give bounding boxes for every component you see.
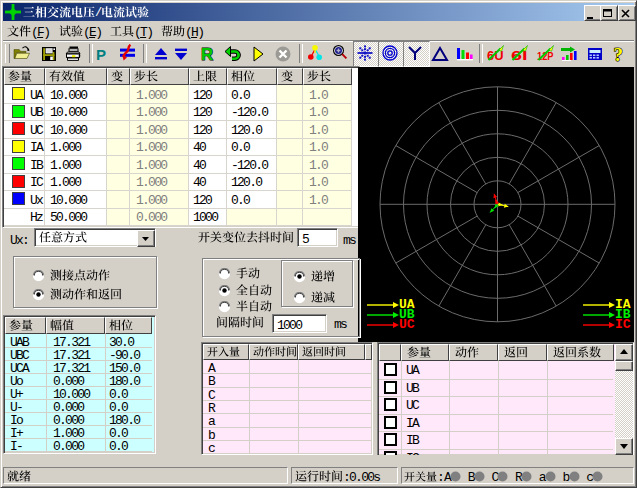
svg-text:R: R (201, 45, 213, 63)
svg-text:?: ? (614, 45, 624, 63)
svg-text:IC: IC (615, 317, 631, 332)
svg-text:UC: UC (399, 317, 415, 332)
svg-text:P: P (96, 46, 106, 63)
